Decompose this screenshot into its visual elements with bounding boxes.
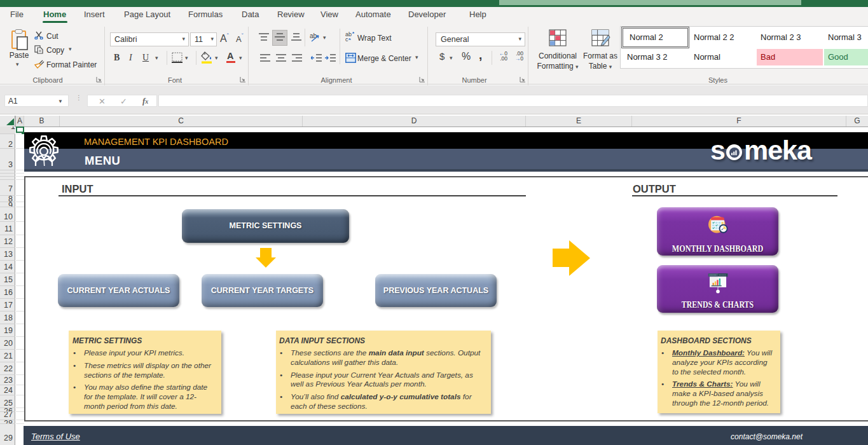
svg-text:ab: ab <box>310 32 317 39</box>
svg-text:c: c <box>345 36 348 42</box>
